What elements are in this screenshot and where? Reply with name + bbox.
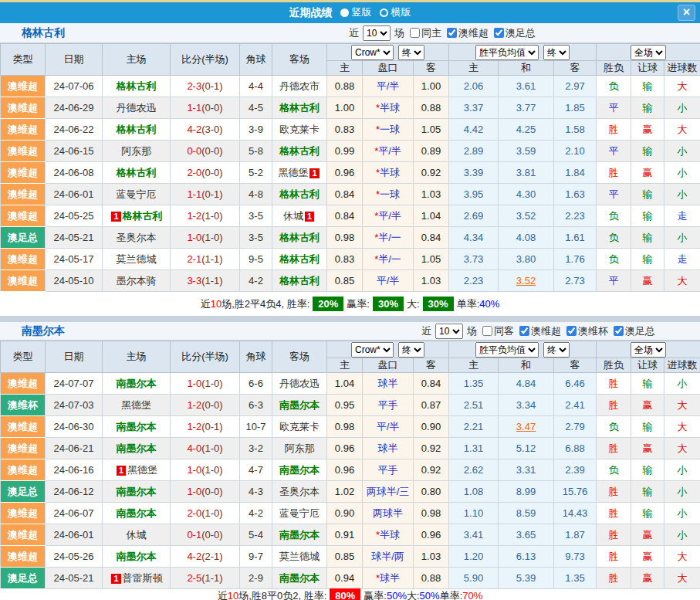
avg-win: 3.37: [449, 97, 499, 119]
card-badge: 1: [305, 212, 314, 222]
final-select[interactable]: 终: [398, 45, 424, 60]
radio-unselected-icon[interactable]: [380, 8, 388, 17]
odds-away: 0.92: [414, 162, 449, 184]
match-row: 澳足总24-05-211普雷斯顿2-5(1-1)2-9南墨尔本0.94*球半0.…: [1, 568, 700, 589]
goals-outcome: 大: [664, 270, 700, 292]
league-checkbox[interactable]: [614, 326, 624, 336]
avg-lose: 14.43: [554, 503, 597, 524]
team-name: 南墨尔本: [22, 324, 65, 338]
away-team: 格林古利: [272, 184, 327, 205]
halftime-score: (1-0): [201, 210, 222, 222]
avg-win: 3.39: [449, 162, 499, 184]
league-checkbox[interactable]: [447, 28, 457, 38]
avg-select[interactable]: 胜平负均值: [475, 342, 539, 358]
radio-selected-icon[interactable]: [340, 8, 349, 17]
result-outcome: 胜: [597, 481, 631, 503]
corners: 10-7: [240, 416, 272, 438]
avg-lose: 2.23: [554, 205, 597, 227]
summary-part: 70%: [462, 590, 482, 600]
score: 1-1(0-1): [171, 184, 240, 205]
handicap-line: *半/一: [363, 249, 414, 270]
radio-label[interactable]: 横版: [391, 5, 411, 19]
match-date: 24-06-16: [46, 459, 103, 481]
league-type-badge: 澳维超: [1, 524, 46, 546]
halftime-score: (3-0): [201, 124, 222, 135]
radio-label[interactable]: 竖版: [352, 5, 372, 19]
avg-win: 2.23: [449, 270, 499, 292]
match-date: 24-05-10: [46, 270, 103, 292]
league-type-badge: 澳足总: [1, 568, 46, 589]
match-date: 24-06-08: [46, 162, 103, 184]
col-handicap: 让球: [631, 61, 664, 76]
handicap-line: 平手: [363, 395, 414, 416]
odds-home: 0.85: [327, 270, 363, 292]
scope-controls: 全场: [597, 44, 700, 61]
goals-outcome: 走: [664, 249, 700, 270]
card-badge: 1: [309, 168, 319, 178]
handicap-line: *半球: [363, 97, 414, 119]
matches-label: 场: [467, 324, 477, 338]
league-checkbox[interactable]: [519, 326, 529, 336]
corners: 4-7: [240, 459, 272, 481]
odds-away: 0.84: [414, 373, 449, 395]
handicap-outcome: 赢: [631, 395, 664, 416]
same-venue-checkbox[interactable]: [482, 326, 492, 336]
company-select[interactable]: Crow*: [351, 342, 394, 358]
recent-count-select[interactable]: 10: [435, 324, 463, 339]
handicap-outcome: 赢: [631, 546, 664, 568]
match-date: 24-06-12: [46, 481, 103, 503]
col-score: 比分(半场): [171, 341, 240, 373]
same-venue-filter[interactable]: 同主: [407, 26, 441, 40]
score: 1-2(0-1): [171, 416, 240, 438]
league-filter[interactable]: 澳维超: [444, 26, 489, 40]
goals-outcome: 大: [664, 438, 700, 459]
match-date: 24-06-01: [46, 524, 103, 546]
score: 1-0(0-0): [171, 481, 240, 503]
col-odds-away: 客: [414, 61, 449, 76]
league-filter[interactable]: 澳维杯: [563, 324, 608, 338]
match-row: 澳维超24-06-08格林古利2-0(0-0)5-2黑德堡10.96*半球0.9…: [1, 162, 700, 184]
avg-lose: 2.41: [554, 395, 597, 416]
team-name: 格林古利: [22, 26, 65, 40]
recent-count-select[interactable]: 10: [363, 25, 391, 41]
away-team-name: 阿东那: [285, 442, 315, 454]
same-venue-checkbox[interactable]: [410, 28, 420, 38]
team-section-header: 南墨尔本近10场同客澳维超澳维杯澳足总: [0, 322, 700, 341]
league-checkbox[interactable]: [494, 28, 504, 38]
handicap-outcome: 输: [631, 503, 664, 524]
final-select[interactable]: 终: [398, 342, 424, 358]
league-filter[interactable]: 澳足总: [491, 26, 536, 40]
avg-lose: 15.76: [554, 481, 597, 503]
match-date: 24-07-03: [46, 395, 103, 416]
close-icon[interactable]: ×: [678, 5, 695, 21]
corners: 4-8: [240, 184, 272, 205]
league-filter[interactable]: 澳维超: [516, 324, 561, 338]
scope-select[interactable]: 全场: [631, 342, 666, 358]
avg-draw: 3.34: [499, 395, 554, 416]
corners: 5-8: [240, 141, 272, 162]
scope-controls: 全场: [597, 341, 700, 358]
home-team-name: 蓝曼宁厄: [117, 188, 157, 200]
same-venue-filter[interactable]: 同客: [479, 324, 514, 338]
handicap-outcome: 赢: [631, 162, 664, 184]
goals-outcome: 小: [664, 459, 700, 481]
league-filter[interactable]: 澳足总: [610, 324, 655, 338]
company-select[interactable]: Crow*: [351, 45, 394, 60]
handicap-line: 两球半/三: [363, 481, 414, 503]
result-outcome: 平: [597, 141, 631, 162]
avg-select[interactable]: 胜平负均值: [475, 45, 539, 60]
home-team: 莫兰德城: [103, 249, 171, 270]
final-select[interactable]: 终: [543, 342, 570, 358]
final-select[interactable]: 终: [543, 45, 570, 60]
avg-draw: 3.47: [499, 416, 554, 438]
col-result: 胜负: [597, 358, 631, 373]
league-checkbox[interactable]: [566, 326, 577, 336]
avg-win: 2.51: [449, 395, 499, 416]
goals-outcome: 大: [664, 568, 700, 589]
filter-bar: 近10场同主澳维超澳足总: [349, 25, 536, 41]
home-team-name: 南墨尔本: [117, 486, 157, 497]
odds-away: 0.87: [414, 395, 449, 416]
scope-select[interactable]: 全场: [631, 45, 666, 60]
score: 1-0(1-0): [171, 459, 240, 481]
away-team: 丹德农迅: [272, 373, 327, 395]
